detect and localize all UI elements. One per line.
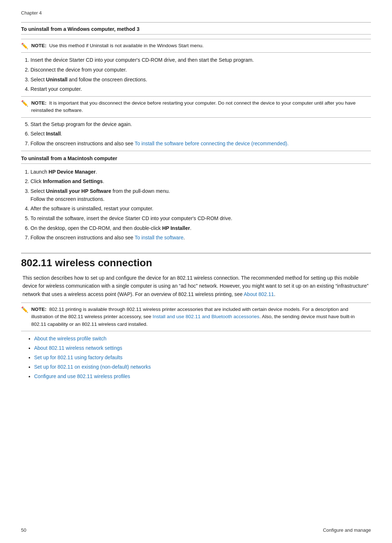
802-network-settings-link[interactable]: About 802.11 wireless network settings (34, 345, 122, 351)
windows-step-5: Start the Setup program for the device a… (30, 121, 371, 129)
mac-step-7: Follow the onscreen instructions and als… (30, 234, 371, 242)
windows-top-divider (21, 22, 371, 23)
wireless-bullets: About the wireless profile switch About … (34, 335, 371, 380)
wireless-profile-switch-link[interactable]: About the wireless profile switch (34, 336, 106, 341)
mac-steps: Launch HP Device Manager. Click Informat… (29, 168, 371, 242)
windows-note2-content: It is important that you disconnect the … (31, 100, 356, 113)
wireless-note-label: NOTE: (31, 307, 46, 312)
factory-defaults-link[interactable]: Set up for 802.11 using factory defaults (34, 354, 123, 360)
wireless-note-text: NOTE: 802.11 printing is available throu… (31, 306, 371, 328)
page-container: Chapter 4 To uninstall from a Windows co… (0, 0, 392, 406)
wireless-main-heading: 802.11 wireless connection (21, 253, 371, 269)
mac-heading-divider (21, 163, 371, 164)
non-default-networks-link[interactable]: Set up for 802.11 on existing (non-defau… (34, 364, 151, 370)
wireless-intro: This section describes how to set up and… (23, 274, 371, 298)
mac-step-4: After the software is uninstalled, resta… (30, 205, 371, 213)
windows-heading-divider (21, 34, 371, 35)
windows-note1: ✏️ NOTE: Use this method if Uninstall is… (21, 39, 371, 53)
windows-step-6: Select Install. (30, 130, 371, 138)
note-icon-1: ✏️ (21, 42, 28, 49)
windows-note2-text: NOTE: It is important that you disconnec… (31, 100, 371, 114)
install-software-link[interactable]: To install the software before connectin… (135, 141, 289, 146)
mac-step-6: On the desktop, open the CD-ROM, and the… (30, 224, 371, 232)
mac-step-5: To reinstall the software, insert the de… (30, 215, 371, 223)
about-802-link[interactable]: About 802.11 (244, 291, 274, 297)
windows-note2-label: NOTE: (31, 100, 46, 106)
windows-note1-content: Use this method if Uninstall is not avai… (49, 43, 204, 48)
windows-step-2: Disconnect the device from your computer… (30, 66, 371, 74)
windows-heading: To uninstall from a Windows computer, me… (21, 26, 371, 32)
bullet-item-4: Set up for 802.11 on existing (non-defau… (34, 363, 371, 371)
windows-step-7: Follow the onscreen instructions and als… (30, 140, 371, 148)
windows-note1-label: NOTE: (31, 43, 46, 48)
windows-bottom-divider (21, 151, 371, 151)
chapter-label: Chapter 4 (21, 10, 371, 16)
note-icon-2: ✏️ (21, 100, 28, 107)
bullet-item-3: Set up for 802.11 using factory defaults (34, 354, 371, 361)
mac-heading: To uninstall from a Macintosh computer (21, 155, 371, 161)
wireless-profiles-link[interactable]: Configure and use 802.11 wireless profil… (34, 373, 130, 379)
bullet-item-1: About the wireless profile switch (34, 335, 371, 343)
bullet-item-2: About 802.11 wireless network settings (34, 344, 371, 352)
windows-step-4: Restart your computer. (30, 85, 371, 93)
windows-steps-1: Insert the device Starter CD into your c… (29, 56, 371, 93)
note-icon-3: ✏️ (21, 306, 28, 313)
bluetooth-accessories-link[interactable]: Install and use 802.11 and Bluetooth acc… (152, 314, 259, 319)
mac-step-1: Launch HP Device Manager. (30, 168, 371, 176)
windows-note2: ✏️ NOTE: It is important that you discon… (21, 96, 371, 118)
page-footer: 50 Configure and manage (21, 527, 371, 533)
windows-step-1: Insert the device Starter CD into your c… (30, 56, 371, 64)
mac-step-2: Click Information and Settings. (30, 178, 371, 186)
mac-step-3: Select Uninstall your HP Software from t… (30, 187, 371, 203)
mac-install-software-link[interactable]: To install the software (135, 235, 184, 240)
bullet-item-5: Configure and use 802.11 wireless profil… (34, 373, 371, 380)
windows-note1-text: NOTE: Use this method if Uninstall is no… (31, 42, 204, 49)
footer-section-label: Configure and manage (323, 527, 371, 533)
wireless-note: ✏️ NOTE: 802.11 printing is available th… (21, 303, 371, 331)
footer-page-number: 50 (21, 527, 26, 533)
windows-steps-2: Start the Setup program for the device a… (29, 121, 371, 148)
windows-step-3: Select Uninstall and follow the onscreen… (30, 76, 371, 84)
